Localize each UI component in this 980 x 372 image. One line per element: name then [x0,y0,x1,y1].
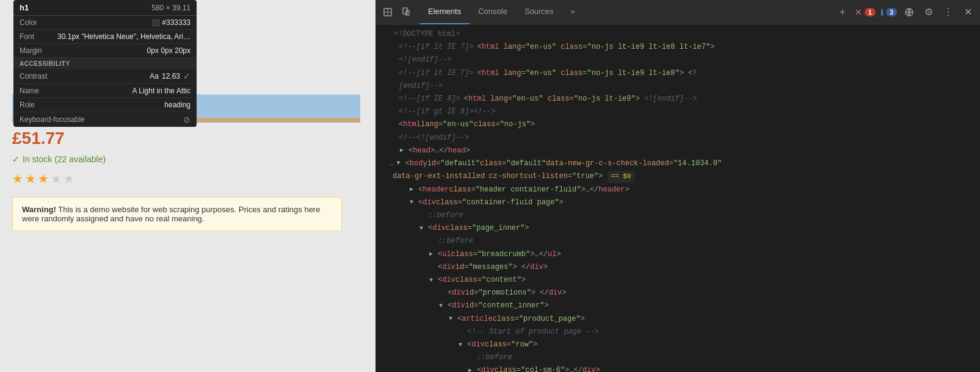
star-3: ★ [38,171,49,186]
star-1: ★ [12,171,23,186]
tab-console-label: Console [478,7,507,16]
tooltip-role-label: Role [20,101,35,109]
tab-more[interactable]: » [562,0,584,24]
tooltip-font-label: Font [20,32,34,41]
before-pseudo1[interactable]: ::before [376,209,980,222]
star-5: ★ [64,171,74,186]
tab-console[interactable]: Console [470,0,516,24]
div-container-fluid[interactable]: <div class="container-fluid page"> [376,196,980,209]
div-content-triangle[interactable] [429,276,437,285]
webpage-preview: h1 580 × 39.11 Color #333333 Font 30.1px… [0,0,376,372]
devtools-topbar: Elements Console Sources » + ✕ 1 ℹ 3 [376,0,980,24]
head-collapsed[interactable]: <head> … </head> [376,145,980,157]
tooltip-dimensions: 580 × 39.11 [151,4,191,12]
div-triangle[interactable] [410,198,417,207]
body-triangle[interactable] [397,159,404,168]
comment-endif3[interactable]: <!--<![endif]--> [376,132,980,145]
tab-elements[interactable]: Elements [419,0,470,24]
comment-lt-ie8[interactable]: <!--[if lt IE 7]> <html lang="en-us" cla… [376,67,980,80]
doctype-text: <!DOCTYPE html> [394,29,460,40]
tooltip-role-value: heading [164,101,191,109]
equals-s0-badge: == $0 [608,171,634,183]
html-tag-inline: <html lang="en-us" class="no-js lt-ie9 l… [477,41,714,53]
col-triangle[interactable] [468,366,476,372]
div-row-triangle[interactable] [459,340,466,350]
comment-ie8[interactable]: <!--[if IE 8]> <html lang="en-us" class=… [376,93,980,106]
product-price: £51.77 [12,129,363,148]
tooltip-element-name: h1 [20,3,29,12]
star-4: ★ [51,171,62,186]
comment-lt-ie7[interactable]: <!--[if lt IE 7]> <html lang="en-us" cla… [376,41,980,54]
div-content[interactable]: <div class="content"> [376,274,980,287]
comment-gt-ie8[interactable]: <!--[if gt IE 8]><!--> [376,106,980,118]
error-x-icon: ✕ [855,7,862,17]
doctype-line[interactable]: <!DOCTYPE html> [376,28,980,41]
comment-text: <!--[if IE 8]> [399,93,460,105]
svg-rect-3 [403,8,407,14]
div-triangle2[interactable] [419,224,427,234]
div-page-inner[interactable]: <div class="page_inner"> [376,222,980,235]
comment-text: <![endif]--> [399,54,451,66]
div-ci-triangle[interactable] [439,301,446,311]
body-tag-line[interactable]: … <body id="default" class="default" dat… [376,157,980,170]
html-tag-line[interactable]: <html lang="en-us" class="no-js"> [376,118,980,131]
star-2: ★ [25,171,36,186]
article-product-page[interactable]: <article class="product_page"> [376,313,980,326]
tooltip-color-value: #333333 [153,18,191,27]
article-triangle[interactable] [449,314,456,324]
comment-endif1[interactable]: <![endif]--> [376,54,980,66]
accessibility-header: ACCESSIBILITY [13,58,197,69]
warning-text: This is a demo website for web scraping … [22,205,320,223]
device-icon[interactable] [399,5,413,20]
div-col-sm-6-collapsed[interactable]: <div class="col-sm-6"> … </div> [376,364,980,372]
ul-breadcrumb[interactable]: <ul class="breadcrumb"> … </ul> [376,248,980,261]
warning-box: Warning! This is a demo website for web … [12,197,342,231]
close-icon[interactable]: ✕ [960,5,975,20]
head-triangle[interactable] [400,146,407,156]
ellipsis-icon[interactable]: ⋮ [941,5,956,20]
html-tree[interactable]: <!DOCTYPE html> <!--[if lt IE 7]> <html … [376,24,980,372]
tooltip-margin-value: 0px 0px 20px [147,46,191,55]
network-icon[interactable] [902,5,916,20]
more-tabs-icon: » [571,7,575,16]
tooltip-keyboard-icon: ⊘ [183,115,191,124]
ul-triangle[interactable] [429,249,437,259]
header-triangle[interactable] [410,185,417,195]
stock-text: In stock (22 available) [23,154,106,164]
pseudo-text3: ::before [477,352,512,363]
devtools-right-icons: + ✕ 1 ℹ 3 ⚙ ⋮ ✕ [835,5,975,20]
settings-icon[interactable]: ⚙ [921,5,936,20]
comment-text: <!--[if lt IE 7]> [399,41,473,53]
body-tag-line2[interactable]: data-gr-ext-installed cz-shortcut-listen… [376,170,980,184]
header-collapsed[interactable]: <header class="header container-fluid"> … [376,184,980,196]
div-messages[interactable]: <div id="messages"> </div> [376,261,980,274]
dots-prefix: … [390,159,394,170]
start-product-comment[interactable]: <!-- Start of product page --> [376,326,980,338]
tooltip-name-label: Name [20,87,39,95]
product-rating: ★ ★ ★ ★ ★ [12,171,363,186]
comment-text: <!--[if gt IE 8]><!--> [399,106,495,118]
start-product-text: <!-- Start of product page --> [467,326,599,338]
tooltip-keyboard-label: Keyboard-focusable [20,115,85,124]
tooltip-contrast-value: Aa 12.63 ✓ [150,71,191,81]
div-promotions[interactable]: <div id="promotions"> </div> [376,287,980,299]
html-tag-inline2: <html lang="en-us" class="no-js lt-ie9 l… [477,68,697,79]
comment-text: [endif]--> [399,80,443,92]
before-pseudo3[interactable]: ::before [376,351,980,364]
contrast-score: 12.63 [162,72,180,80]
tooltip-color-label: Color [20,18,37,27]
color-swatch [153,20,159,26]
before-pseudo2[interactable]: ::before [376,235,980,248]
error-badge-group: ✕ 1 [855,7,876,17]
add-tab-button[interactable]: + [835,5,850,20]
cursor-icon[interactable] [380,5,395,20]
div-content-inner[interactable]: <div id="content_inner"> [376,299,980,312]
tooltip-name-value: A Light in the Attic [132,87,191,95]
info-count-badge: 3 [886,8,897,16]
html-tag-ie8: <html lang="en-us" class="no-js lt-ie9">… [464,93,697,105]
pseudo-text: ::before [428,210,463,221]
comment-endif2[interactable]: [endif]--> [376,80,980,93]
tooltip-margin-label: Margin [20,46,42,55]
tab-sources[interactable]: Sources [516,0,562,24]
div-row[interactable]: <div class="row"> [376,338,980,351]
